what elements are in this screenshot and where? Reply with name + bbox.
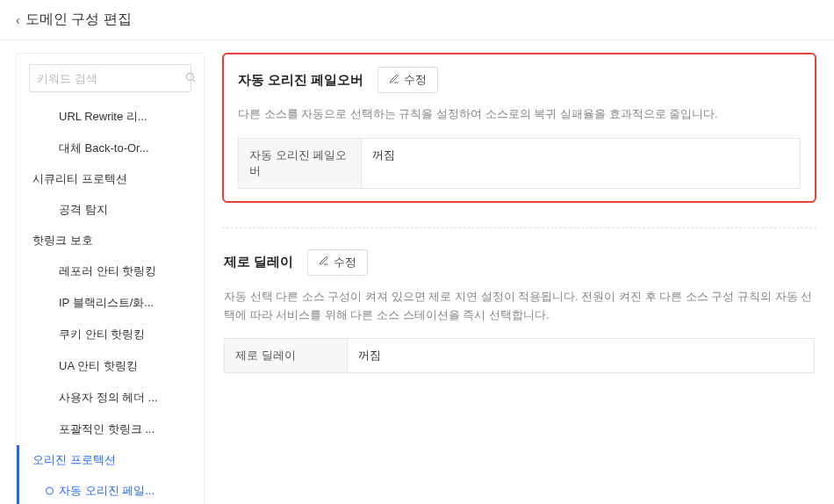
sidebar-item-alt-back-to-origin[interactable]: 대체 Back-to-Or... <box>17 133 204 164</box>
panel-description: 자동 선택 다른 소스 구성이 켜져 있으면 제로 지연 설정이 적용됩니다. … <box>224 288 815 325</box>
sidebar: URL Rewrite 리... 대체 Back-to-Or... 시큐리티 프… <box>16 53 205 504</box>
panel-header: 제로 딜레이 수정 <box>224 249 815 276</box>
page-body: URL Rewrite 리... 대체 Back-to-Or... 시큐리티 프… <box>0 40 834 504</box>
sidebar-item-url-rewrite[interactable]: URL Rewrite 리... <box>17 101 204 133</box>
edit-icon <box>389 74 399 87</box>
page-header: ‹ 도메인 구성 편집 <box>0 0 834 40</box>
sidebar-item-ua-hotlink[interactable]: UA 안티 핫링킹 <box>17 350 204 382</box>
zerodelay-status-value: 꺼짐 <box>348 339 814 372</box>
sidebar-item-auto-origin-failover[interactable]: 자동 오리진 페일... <box>17 475 204 504</box>
edit-button-label: 수정 <box>334 255 356 270</box>
search-input[interactable] <box>37 72 184 85</box>
edit-icon <box>319 256 329 269</box>
panel-title: 제로 딜레이 <box>224 254 293 270</box>
panel-title: 자동 오리진 페일오버 <box>238 72 363 89</box>
sidebar-group-hotlink-protection[interactable]: 핫링크 보호 <box>17 226 204 256</box>
section-divider <box>222 227 816 228</box>
panel-header: 자동 오리진 페일오버 수정 <box>238 67 801 93</box>
sidebar-item-custom-header[interactable]: 사용자 정의 헤더 ... <box>17 382 204 414</box>
panel-zero-delay: 제로 딜레이 수정 자동 선택 다른 소스 구성이 켜져 있으면 제로 지연 설… <box>222 249 816 374</box>
sidebar-item-ip-blacklist[interactable]: IP 블랙리스트/화... <box>17 287 204 319</box>
page-title: 도메인 구성 편집 <box>25 11 132 29</box>
svg-line-1 <box>193 79 196 82</box>
edit-zerodelay-button[interactable]: 수정 <box>307 249 368 276</box>
sidebar-item-referer-hotlink[interactable]: 레포러 안티 핫링킹 <box>17 256 204 287</box>
sidebar-item-comprehensive-hotlink[interactable]: 포괄적인 핫링크 ... <box>17 414 204 445</box>
search-input-wrap[interactable] <box>29 64 191 92</box>
edit-button-label: 수정 <box>404 72 427 88</box>
edit-failover-button[interactable]: 수정 <box>377 67 438 93</box>
panel-auto-origin-failover: 자동 오리진 페일오버 수정 다른 소스를 자동으로 선택하는 규칙을 설정하여… <box>222 53 816 203</box>
failover-status-value: 꺼짐 <box>362 139 800 188</box>
failover-status-row: 자동 오리진 페일오버 꺼짐 <box>238 138 801 189</box>
sidebar-group-security-protection[interactable]: 시큐리티 프로텍션 <box>17 164 204 194</box>
main-content: 자동 오리진 페일오버 수정 다른 소스를 자동으로 선택하는 규칙을 설정하여… <box>222 53 816 504</box>
failover-status-key: 자동 오리진 페일오버 <box>239 139 362 188</box>
sidebar-item-attack-detection[interactable]: 공격 탐지 <box>17 194 204 226</box>
zerodelay-status-key: 제로 딜레이 <box>225 339 348 372</box>
panel-description: 다른 소스를 자동으로 선택하는 규칙을 설정하여 소스로의 복귀 실패율을 효… <box>238 105 801 124</box>
zerodelay-status-row: 제로 딜레이 꺼짐 <box>224 338 815 373</box>
search-icon[interactable] <box>184 71 197 86</box>
svg-point-0 <box>186 73 193 80</box>
back-chevron-icon[interactable]: ‹ <box>16 13 20 27</box>
sidebar-item-cookie-hotlink[interactable]: 쿠키 안티 핫링킹 <box>17 319 204 350</box>
sidebar-group-origin-protection[interactable]: 오리진 프로텍션 <box>17 445 204 475</box>
